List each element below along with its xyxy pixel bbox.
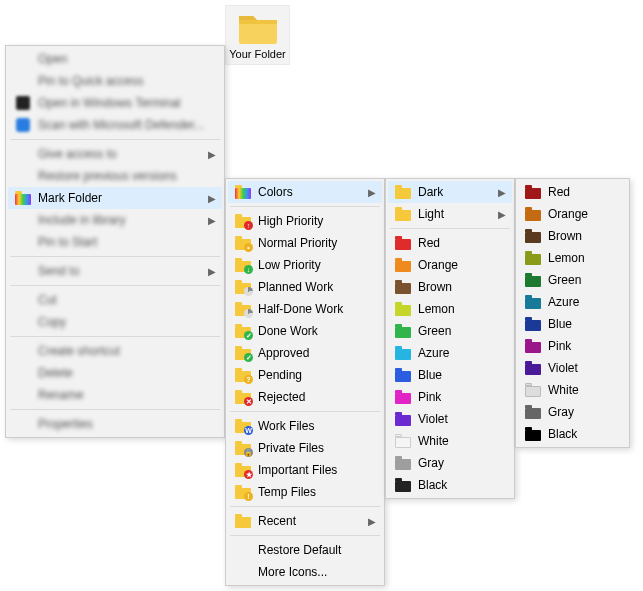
- folder-icon: [395, 302, 411, 316]
- menu-item[interactable]: Restore Default: [228, 539, 382, 561]
- menu-item[interactable]: Give access to▶: [8, 143, 222, 165]
- menu-item[interactable]: Pink: [388, 386, 512, 408]
- menu-item[interactable]: 🔒Private Files: [228, 437, 382, 459]
- menu-item[interactable]: Black: [518, 423, 627, 445]
- menu-item[interactable]: Red: [388, 232, 512, 254]
- rainbow-folder-icon: [12, 191, 34, 205]
- menu-item[interactable]: Send to▶: [8, 260, 222, 282]
- folder-icon: [525, 185, 541, 199]
- folder-icon: [525, 361, 541, 375]
- submenu-dark: RedOrangeBrownLemonGreenAzureBluePinkVio…: [515, 178, 630, 448]
- menu-item[interactable]: ✕Rejected: [228, 386, 382, 408]
- menu-item-label: Lemon: [414, 302, 506, 316]
- menu-item[interactable]: More Icons...: [228, 561, 382, 583]
- menu-item[interactable]: Light▶: [388, 203, 512, 225]
- menu-item[interactable]: Open in Windows Terminal: [8, 92, 222, 114]
- folder-icon: •: [232, 236, 254, 250]
- menu-item[interactable]: Colors▶: [228, 181, 382, 203]
- folder-icon: [522, 229, 544, 243]
- menu-item[interactable]: Restore previous versions: [8, 165, 222, 187]
- menu-item[interactable]: Planned Work: [228, 276, 382, 298]
- menu-item[interactable]: Pink: [518, 335, 627, 357]
- menu-item[interactable]: Scan with Microsoft Defender...: [8, 114, 222, 136]
- menu-item[interactable]: Green: [518, 269, 627, 291]
- menu-item[interactable]: ★Important Files: [228, 459, 382, 481]
- menu-item[interactable]: Violet: [518, 357, 627, 379]
- menu-item-label: Light: [414, 207, 494, 221]
- menu-item[interactable]: Cut: [8, 289, 222, 311]
- menu-item[interactable]: Open: [8, 48, 222, 70]
- menu-item[interactable]: •Normal Priority: [228, 232, 382, 254]
- menu-item[interactable]: Gray: [388, 452, 512, 474]
- menu-item[interactable]: Azure: [388, 342, 512, 364]
- menu-item[interactable]: Lemon: [518, 247, 627, 269]
- menu-item[interactable]: Delete: [8, 362, 222, 384]
- menu-item[interactable]: Copy: [8, 311, 222, 333]
- chevron-right-icon: ▶: [498, 187, 506, 198]
- menu-item[interactable]: Brown: [388, 276, 512, 298]
- menu-item[interactable]: ↑High Priority: [228, 210, 382, 232]
- menu-item-label: Gray: [544, 405, 621, 419]
- folder-icon: [395, 185, 411, 199]
- folder-icon: ✕: [235, 390, 251, 404]
- folder-icon: [392, 258, 414, 272]
- folder-icon: ↓: [232, 258, 254, 272]
- folder-icon: [392, 324, 414, 338]
- menu-item[interactable]: Red: [518, 181, 627, 203]
- folder-icon: ?: [235, 368, 251, 382]
- menu-item[interactable]: Pin to Start: [8, 231, 222, 253]
- submenu-mark-folder: Colors▶↑High Priority•Normal Priority↓Lo…: [225, 178, 385, 586]
- menu-item[interactable]: Dark▶: [388, 181, 512, 203]
- menu-item[interactable]: ?Pending: [228, 364, 382, 386]
- folder-icon: [392, 207, 414, 221]
- folder-icon: ✓: [232, 324, 254, 338]
- folder-icon: [522, 383, 544, 397]
- menu-item[interactable]: Green: [388, 320, 512, 342]
- menu-item-label: Send to: [34, 264, 204, 278]
- chevron-right-icon: ▶: [208, 149, 216, 160]
- separator: [10, 336, 220, 337]
- folder-icon: [522, 427, 544, 441]
- separator: [10, 285, 220, 286]
- menu-item[interactable]: Rename: [8, 384, 222, 406]
- menu-item[interactable]: Lemon: [388, 298, 512, 320]
- folder-icon: [392, 185, 414, 199]
- menu-item-label: Violet: [414, 412, 506, 426]
- menu-item-label: Green: [544, 273, 621, 287]
- menu-item-label: Red: [414, 236, 506, 250]
- menu-item[interactable]: ✓Done Work: [228, 320, 382, 342]
- menu-item[interactable]: ↓Low Priority: [228, 254, 382, 276]
- menu-item[interactable]: White: [518, 379, 627, 401]
- menu-item[interactable]: Half-Done Work: [228, 298, 382, 320]
- menu-item[interactable]: Pin to Quick access: [8, 70, 222, 92]
- menu-item[interactable]: Recent▶: [228, 510, 382, 532]
- folder-icon: [522, 317, 544, 331]
- menu-item[interactable]: Gray: [518, 401, 627, 423]
- menu-item[interactable]: Violet: [388, 408, 512, 430]
- chevron-right-icon: ▶: [498, 209, 506, 220]
- folder-icon: ✓: [232, 346, 254, 360]
- menu-item[interactable]: ✓Approved: [228, 342, 382, 364]
- menu-item[interactable]: White: [388, 430, 512, 452]
- menu-item[interactable]: Azure: [518, 291, 627, 313]
- menu-item[interactable]: Blue: [518, 313, 627, 335]
- menu-item[interactable]: Create shortcut: [8, 340, 222, 362]
- menu-item-label: Pink: [544, 339, 621, 353]
- menu-item[interactable]: Blue: [388, 364, 512, 386]
- menu-item[interactable]: Orange: [388, 254, 512, 276]
- menu-item[interactable]: Include in library▶: [8, 209, 222, 231]
- folder-tile[interactable]: Your Folder: [225, 5, 290, 65]
- menu-item[interactable]: !Temp Files: [228, 481, 382, 503]
- menu-item-label: Blue: [544, 317, 621, 331]
- menu-item-label: Recent: [254, 514, 364, 528]
- menu-item-label: Restore previous versions: [34, 169, 216, 183]
- menu-item[interactable]: Orange: [518, 203, 627, 225]
- menu-item[interactable]: WWork Files: [228, 415, 382, 437]
- menu-item[interactable]: Brown: [518, 225, 627, 247]
- folder-icon: [392, 390, 414, 404]
- menu-item-label: Orange: [544, 207, 621, 221]
- menu-item[interactable]: Properties: [8, 413, 222, 435]
- menu-item[interactable]: Black: [388, 474, 512, 496]
- menu-item[interactable]: Mark Folder▶: [8, 187, 222, 209]
- folder-icon: [525, 207, 541, 221]
